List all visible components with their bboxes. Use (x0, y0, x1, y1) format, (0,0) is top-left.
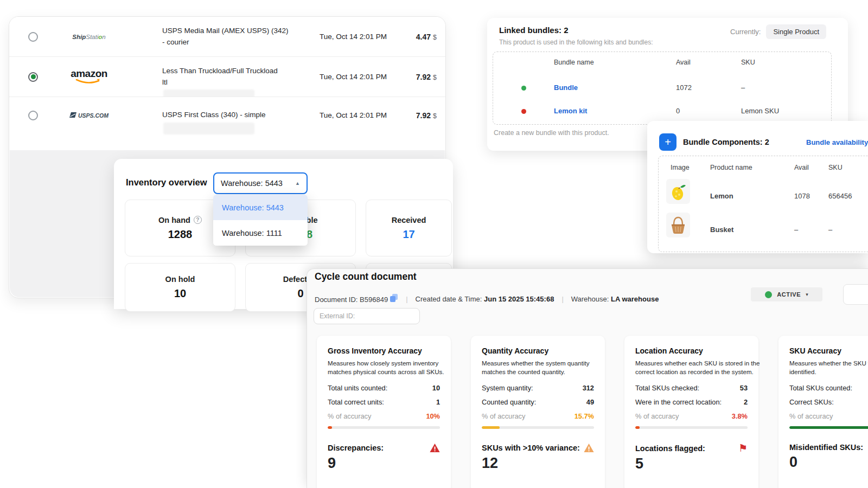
stat-card-on-hold: On hold 10 (125, 263, 235, 312)
inventory-title: Inventory overview (126, 177, 207, 188)
warehouse-dropdown-menu: Warehouse: 5443 Warehouse: 1111 (213, 195, 308, 246)
product-image-lemon (666, 179, 690, 204)
stat-card-received: Received 17 (366, 200, 452, 256)
bundle-avail: 1072 (676, 84, 692, 92)
status-dot-red (521, 109, 526, 114)
service-name: USPS Media Mail (AMEX USPS) (342) - cour… (162, 25, 320, 48)
product-image-basket (666, 213, 690, 237)
shipstation-logo: ShipStation (48, 34, 130, 40)
warehouse-name: Warehouse: LA warehouse (571, 295, 659, 303)
accuracy-progress-bar (328, 426, 440, 429)
single-product-chip: Single Product (766, 24, 826, 39)
linked-bundles-subtitle: This product is used in the following ki… (499, 38, 653, 46)
amazon-logo: amazon (48, 68, 130, 85)
service-name: USPS First Class (340) - simple (162, 110, 320, 121)
metric-title: Quantity Accuracy (482, 346, 594, 355)
linked-bundles-table: Bundle name Avail SKU Bundle 1072 – Lemo… (493, 52, 832, 125)
rate-price: 7.92$ (416, 73, 437, 81)
column-header: SKU (828, 164, 843, 171)
bundle-link[interactable]: Bundle (554, 84, 578, 92)
document-id: Document ID: B596849 (315, 294, 398, 304)
usps-eagle-icon (69, 112, 76, 118)
column-header: Bundle name (554, 59, 594, 66)
rate-price: 4.47$ (416, 33, 437, 41)
create-bundle-hint[interactable]: Create a new bundle with this product. (494, 129, 609, 137)
radio-unselected[interactable] (28, 32, 38, 42)
redacted-text (163, 123, 254, 134)
kpi-value: 0 (789, 454, 868, 471)
bundle-components-title: Bundle Components: 2 (683, 138, 769, 146)
radio-selected[interactable] (28, 72, 38, 82)
flag-icon: ⚑ (738, 443, 748, 453)
bundle-avail: 0 (676, 107, 680, 115)
component-link[interactable]: Busket (710, 226, 733, 234)
metric-card-location-accuracy: Location Accuracy Measures whether each … (624, 336, 758, 488)
bundle-link[interactable]: Lemon kit (554, 107, 587, 115)
column-header: Avail (676, 59, 691, 66)
cycle-count-title: Cycle count document (315, 271, 417, 282)
column-header: Image (671, 164, 690, 171)
rate-price: 7.92$ (416, 111, 437, 120)
alert-triangle-orange-icon (584, 443, 594, 453)
bundle-availability-link[interactable]: Bundle availability: (806, 138, 868, 146)
kpi-value: 12 (482, 455, 594, 472)
usps-logo: USPS.COM (48, 112, 130, 119)
accuracy-progress-bar (789, 426, 868, 429)
dropdown-option-selected[interactable]: Warehouse: 5443 (213, 195, 308, 220)
help-icon[interactable]: ? (194, 216, 202, 224)
metric-title: SKU Accuracy (789, 346, 868, 355)
amazon-smile-icon (75, 79, 103, 85)
metric-title: Location Accuracy (635, 346, 748, 355)
component-sku: – (828, 226, 832, 234)
external-id-input[interactable] (314, 308, 420, 324)
header-action-button[interactable] (843, 284, 868, 305)
component-avail: – (794, 226, 798, 234)
chevron-down-icon: ▾ (806, 292, 808, 297)
status-dot-green (765, 291, 772, 298)
warehouse-dropdown[interactable]: Warehouse: 5443 ▲ (213, 172, 308, 194)
delivery-time: Tue, Oct 14 2:01 PM (320, 111, 401, 119)
currently-mode: Currently: Single Product (730, 24, 826, 39)
add-component-button[interactable]: + (659, 133, 676, 151)
created-date: Created date & Time: Jun 15 2025 15:45:6… (416, 295, 554, 303)
metric-title: Gross Inventory Accuracy (328, 346, 440, 355)
shipping-rate-row[interactable]: ShipStation USPS Media Mail (AMEX USPS) … (9, 17, 445, 56)
metric-card-quantity-accuracy: Quantity Accuracy Measures whether the s… (471, 336, 605, 488)
status-dropdown[interactable]: ACTIVE ▾ (751, 287, 822, 301)
status-dot-green (521, 86, 526, 91)
kpi-value: 5 (635, 455, 748, 472)
copy-icon[interactable] (390, 294, 398, 302)
metric-desc: Measures whether the SKU was correctlyid… (789, 359, 868, 376)
component-sku: 656456 (828, 192, 852, 200)
column-header: Avail (794, 164, 809, 171)
metric-desc: Measures how closely system inventorymat… (328, 359, 440, 376)
bundle-sku: – (741, 84, 745, 92)
shipping-rate-row[interactable]: amazon Less Than Truckload/Full Truckloa… (9, 56, 445, 97)
basket-icon (669, 215, 687, 235)
bundle-sku: Lemon SKU (741, 107, 779, 115)
service-name: Less Than Truckload/Full Truckload ltl (162, 66, 320, 88)
alert-triangle-red-icon (430, 443, 440, 453)
document-meta: Document ID: B596849 | Created date & Ti… (315, 294, 659, 304)
metric-desc: Measures whether the system quantitymatc… (482, 359, 594, 376)
dropdown-option[interactable]: Warehouse: 1111 (213, 220, 308, 246)
component-link[interactable]: Lemon (710, 192, 733, 200)
metric-card-gross-accuracy: Gross Inventory Accuracy Measures how cl… (317, 336, 451, 488)
delivery-time: Tue, Oct 14 2:01 PM (320, 73, 401, 81)
accuracy-progress-bar (635, 426, 748, 429)
lemon-icon (669, 182, 687, 201)
shipping-rate-row[interactable]: USPS.COM USPS First Class (340) - simple… (9, 97, 445, 133)
kpi-value: 9 (328, 455, 440, 472)
cycle-count-panel: Cycle count document Document ID: B59684… (307, 268, 868, 488)
bundle-components-table: Image Product name Avail SKU Lemon 1078 … (658, 156, 868, 252)
radio-unselected[interactable] (28, 111, 38, 120)
accuracy-progress-bar (482, 426, 594, 429)
delivery-time: Tue, Oct 14 2:01 PM (320, 33, 401, 41)
chevron-up-icon: ▲ (295, 181, 300, 186)
linked-bundles-title: Linked bundles: 2 (499, 25, 569, 35)
component-avail: 1078 (794, 192, 810, 200)
metric-card-sku-accuracy: SKU Accuracy Measures whether the SKU wa… (778, 336, 868, 488)
column-header: Product name (710, 164, 752, 171)
bundle-components-panel: + Bundle Components: 2 Bundle availabili… (647, 121, 868, 253)
metric-desc: Measures whether each SKU is stored in t… (635, 359, 748, 376)
